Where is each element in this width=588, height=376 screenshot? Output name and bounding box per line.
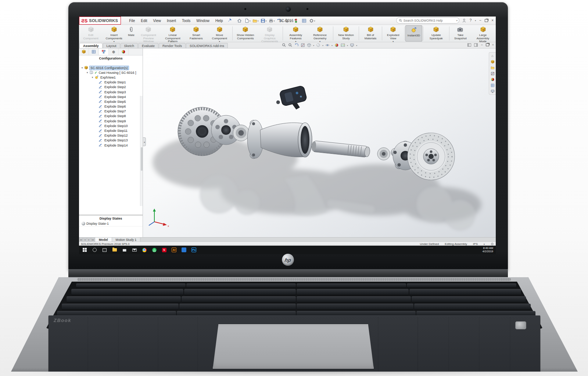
system-tray[interactable]: 8:40 AM 4/2/2019 — [483, 247, 496, 253]
toolbar-smart-fasteners[interactable]: Smart Fasteners — [185, 25, 208, 41]
tree-explode-step[interactable]: Explode Step10 — [79, 123, 143, 128]
menu-file[interactable]: File — [126, 19, 138, 23]
view-palette-tab-icon[interactable] — [490, 71, 495, 76]
task-view-button[interactable] — [100, 246, 110, 254]
tree-explview[interactable]: ▾ ExplView1 — [79, 75, 143, 80]
section-view-icon[interactable] — [301, 43, 305, 47]
toolbar-assembly-features[interactable]: Assembly Features▾ — [284, 25, 308, 41]
chrome-icon[interactable] — [139, 246, 149, 254]
ribbon-tab-layout[interactable]: Layout — [103, 43, 120, 48]
next-window-icon[interactable] — [474, 43, 478, 47]
toolbar-linear-component-pattern[interactable]: Linear Component Pattern▾ — [161, 25, 185, 41]
close-button[interactable]: × — [491, 18, 494, 22]
tree-explode-step[interactable]: Explode Step11 — [79, 128, 143, 133]
ribbon-tab-assembly[interactable]: Assembly — [79, 43, 103, 48]
toolbar-insert-components[interactable]: Insert Components▾ — [102, 25, 126, 41]
pin-icon[interactable] — [227, 18, 232, 23]
doc-restore-button[interactable] — [486, 43, 489, 46]
open-button[interactable]: ▾ — [252, 17, 259, 24]
hide-show-items-icon[interactable] — [325, 43, 330, 47]
photoshop-icon[interactable]: Ps — [189, 246, 199, 254]
prev-tab-icon[interactable]: ◂ — [83, 238, 87, 242]
menu-tools[interactable]: Tools — [179, 19, 193, 23]
tree-explode-step[interactable]: Explode Step1 — [79, 80, 143, 85]
file-explorer-tab-icon[interactable] — [490, 65, 495, 70]
file-properties-button[interactable] — [300, 17, 308, 24]
menu-help[interactable]: Help — [212, 19, 226, 23]
display-state-item[interactable]: Display State-1 — [79, 221, 143, 226]
graphics-viewport[interactable]: x ◂ ⌂ — [143, 48, 496, 237]
tree-explode-step[interactable]: Explode Step4 — [79, 94, 143, 99]
tree-component[interactable]: ▾ ✓ Cast Housing [ SC-6016 ] — [79, 70, 143, 75]
tree-explode-step[interactable]: Explode Step7 — [79, 109, 143, 114]
search-caret-icon[interactable]: ▾ — [456, 19, 458, 22]
last-tab-icon[interactable]: ▸▸ — [91, 238, 95, 242]
forum-tab-icon[interactable] — [490, 88, 495, 94]
home-button[interactable] — [236, 17, 243, 24]
next-tab-icon[interactable]: ▸ — [87, 238, 91, 242]
ribbon-tab-sketch[interactable]: Sketch — [121, 43, 138, 48]
toolbar-show-hidden-components[interactable]: Show Hidden Components — [233, 25, 258, 41]
tab-configurationmanager[interactable] — [99, 48, 109, 55]
resources-tab-icon[interactable]: ⌂ — [490, 53, 495, 58]
save-button[interactable]: ▾ — [260, 17, 268, 24]
store-icon[interactable] — [119, 246, 129, 254]
edit-appearance-icon[interactable] — [334, 43, 339, 47]
panel-flyout-arrow[interactable]: ◂ — [143, 137, 146, 146]
sign-in-icon[interactable] — [462, 18, 466, 23]
start-button[interactable] — [80, 246, 90, 254]
previous-view-icon[interactable] — [294, 43, 299, 47]
toolbar-instant3d[interactable]: Instant3D — [405, 25, 422, 41]
tree-explode-step[interactable]: Explode Step13 — [79, 138, 143, 143]
zoom-fit-icon[interactable] — [282, 43, 286, 47]
custom-properties-tab-icon[interactable] — [490, 83, 495, 88]
tab-featuremanager[interactable] — [79, 48, 89, 55]
toolbar-exploded-view[interactable]: Exploded View▾ — [383, 25, 404, 41]
tree-explode-step[interactable]: Explode Step8 — [79, 114, 143, 119]
tree-explode-step[interactable]: Explode Step12 — [79, 133, 143, 138]
tree-explode-step[interactable]: Explode Step5 — [79, 99, 143, 104]
search-input[interactable] — [404, 19, 455, 22]
tree-explode-step[interactable]: Explode Step9 — [79, 119, 143, 123]
tree-explode-step[interactable]: Explode Step6 — [79, 104, 143, 109]
collapse-icon[interactable]: ▾ — [86, 71, 89, 74]
taskbar-clock[interactable]: 8:40 AM 4/2/2019 — [483, 247, 496, 253]
toolbar-new-motion-study[interactable]: New Motion Study — [334, 25, 358, 41]
zoom-area-icon[interactable] — [288, 43, 293, 47]
panel-scrollbar[interactable] — [140, 96, 143, 206]
display-style-icon[interactable] — [316, 43, 320, 47]
menu-edit[interactable]: Edit — [138, 19, 150, 23]
help-caret-icon[interactable]: ▾ — [475, 19, 476, 22]
first-tab-icon[interactable]: ◂◂ — [79, 238, 83, 242]
toolbar-large-assembly-mode[interactable]: Large Assembly Mode — [471, 25, 495, 41]
ribbon-tab-render-tools[interactable]: Render Tools — [159, 43, 186, 48]
menu-window[interactable]: Window — [193, 19, 212, 23]
mail-icon[interactable] — [129, 246, 139, 254]
menu-view[interactable]: View — [150, 19, 164, 23]
tab-motion-study[interactable]: Motion Study 1 — [112, 238, 141, 242]
solidworks-taskbar-icon[interactable]: S — [159, 246, 169, 254]
collapse-icon[interactable]: ▾ — [91, 76, 94, 79]
toolbar-move-component[interactable]: Move Component▾ — [208, 25, 232, 41]
menu-insert[interactable]: Insert — [164, 19, 179, 23]
toolbar-reference-geometry[interactable]: Reference Geometry▾ — [308, 25, 332, 41]
appearances-tab-icon[interactable] — [490, 77, 495, 82]
collapse-icon[interactable]: ▾ — [80, 66, 84, 69]
new-document-button[interactable]: ▾ — [244, 17, 251, 24]
tree-explode-step[interactable]: Explode Step2 — [79, 85, 143, 90]
blue-app-icon[interactable] — [179, 246, 189, 254]
ribbon-tab-solidworks-add-ins[interactable]: SOLIDWORKS Add-Ins — [186, 43, 228, 48]
tab-propertymanager[interactable] — [89, 48, 99, 55]
view-settings-icon[interactable] — [350, 43, 354, 47]
toolbar-update-speedpak[interactable]: Update Speedpak — [424, 25, 448, 41]
apply-scene-icon[interactable] — [341, 43, 345, 47]
design-library-tab-icon[interactable] — [490, 59, 495, 64]
toolbar-bill-of-materials[interactable]: Bill of Materials — [360, 25, 381, 41]
restore-button[interactable] — [485, 19, 488, 22]
doc-close-button[interactable]: × — [492, 43, 494, 47]
doc-minimize-button[interactable]: − — [481, 43, 483, 47]
tree-explode-step[interactable]: Explode Step3 — [79, 90, 143, 94]
file-explorer-icon[interactable] — [110, 246, 119, 254]
tree-root[interactable]: ▾ SC-6016 Configuration(s) — [79, 65, 143, 70]
units-selector[interactable]: IPS — [473, 242, 478, 246]
